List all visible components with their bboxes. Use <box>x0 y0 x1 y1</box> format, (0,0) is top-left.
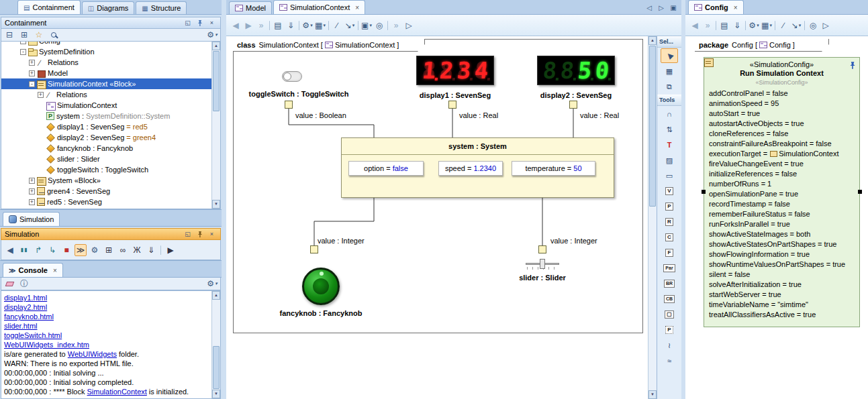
pause-button[interactable]: ▮▮ <box>18 244 30 256</box>
image-tool[interactable]: ▨ <box>661 153 678 168</box>
selection-handle[interactable] <box>702 190 706 194</box>
tree-item-simulationcontext-diagram[interactable]: SimulationContext <box>1 100 211 111</box>
search-button[interactable] <box>48 29 60 41</box>
console-link[interactable]: fancyknob.html <box>4 312 54 321</box>
tab-diagrams[interactable]: ◫ Diagrams <box>82 1 135 14</box>
scroll-up-button[interactable]: ▲ <box>212 42 220 50</box>
option[interactable]: option = false <box>348 161 424 176</box>
tree-expander[interactable]: + <box>29 178 35 184</box>
tree-item-fancyknob[interactable]: fancyknob : Fancyknob <box>1 143 211 154</box>
port-tool[interactable]: P <box>661 323 678 337</box>
step-over-button[interactable]: ↳ <box>46 244 58 256</box>
breakpoints-button[interactable]: ∞ <box>117 244 129 256</box>
zoom-button[interactable]: ◎ <box>807 19 819 32</box>
scroll-thumb[interactable] <box>649 46 656 207</box>
constraint-property-tool[interactable]: C <box>661 230 678 245</box>
toggleswitch-port[interactable] <box>285 101 293 109</box>
tab-model[interactable]: Model <box>229 1 272 14</box>
tree-item-config[interactable]: - Config <box>1 42 211 46</box>
selection-handle[interactable] <box>858 190 862 194</box>
selection-tool[interactable]: ▶ <box>661 48 678 63</box>
dependency-button[interactable]: ↘ <box>344 19 356 32</box>
tree-item-system-block[interactable]: + System «Block» <box>1 175 211 186</box>
step-into-button[interactable]: ↱ <box>32 244 44 256</box>
console-link[interactable]: WebUIWidgets_index.htm <box>4 341 89 349</box>
expand-all-button[interactable]: ⊞ <box>18 29 30 41</box>
flow-property-tool[interactable]: F <box>661 245 678 260</box>
console-tab-close-icon[interactable]: × <box>53 267 57 274</box>
tree-item-red5[interactable]: + red5 : SevenSeg <box>1 196 211 207</box>
favorites-button[interactable]: ☆ <box>33 29 45 41</box>
console-button[interactable]: ≫ <box>75 244 87 256</box>
simulation-options-button[interactable]: ⚙ <box>89 244 101 256</box>
simulation-config-box[interactable]: «SimulationConfig» Run Simulation Contex… <box>704 57 860 327</box>
tree-expander[interactable]: - <box>20 49 26 55</box>
export-html-button[interactable]: ⇓ <box>145 244 157 256</box>
tree-expander[interactable]: - <box>20 42 26 44</box>
tree-scrollbar[interactable]: ▲ ▼ <box>211 42 220 209</box>
play-button[interactable]: ▷ <box>820 19 832 32</box>
scroll-up-button[interactable]: ▲ <box>648 36 657 45</box>
console-link[interactable]: toggleSwitch.html <box>4 331 62 339</box>
close-icon[interactable]: × <box>207 230 217 239</box>
fancyknob-widget[interactable] <box>302 268 340 305</box>
sticky-selection-tool[interactable]: ▦ <box>661 64 678 78</box>
toolbar-overflow-button[interactable]: » <box>390 19 402 32</box>
info-button[interactable]: ⓘ <box>18 278 30 290</box>
collapse-all-button[interactable]: ⊟ <box>3 29 15 41</box>
save-as-image-button[interactable]: ⇓ <box>731 19 743 32</box>
terminate-button[interactable]: ■ <box>60 244 73 256</box>
value-property-tool[interactable]: V <box>661 184 678 198</box>
console-scrollbar[interactable]: ▲ ▼ <box>211 291 220 398</box>
scroll-down-button[interactable]: ▼ <box>212 200 220 209</box>
scroll-down-button[interactable]: ▼ <box>212 390 220 398</box>
tree-item-systemdefinition[interactable]: - SystemDefinition <box>1 46 211 57</box>
tree-expander[interactable]: + <box>29 70 35 76</box>
restore-icon[interactable]: ◱ <box>183 19 193 27</box>
toolbar-overflow-button[interactable]: » <box>702 19 714 32</box>
block-tool[interactable]: ▢ <box>661 307 678 322</box>
tab-simulationcontext[interactable]: SimulationContext × <box>273 0 365 14</box>
back-button[interactable]: ◀ <box>689 19 701 32</box>
frame-tool[interactable]: ▭ <box>661 168 678 183</box>
palette-group-tools[interactable]: Tools <box>657 95 681 106</box>
pin-icon[interactable] <box>195 230 205 239</box>
related-elements-button[interactable]: ▤ <box>718 19 730 32</box>
clear-console-button[interactable] <box>3 278 15 290</box>
display2-widget[interactable]: 888580 <box>537 56 615 85</box>
zoom-button[interactable]: ◎ <box>373 19 385 32</box>
tree-item-toggleswitch[interactable]: toggleSwitch : ToggleSwitch <box>1 164 211 175</box>
tree-item-model[interactable]: + Model <box>1 68 211 78</box>
participant-property-tool[interactable]: Par <box>661 261 678 276</box>
constraint-block-tool[interactable]: CB <box>661 292 678 306</box>
trigger-button[interactable]: ▶ <box>164 244 177 256</box>
item-flow-tool[interactable]: ≈ <box>661 353 678 368</box>
pin-icon[interactable] <box>195 19 205 27</box>
tree-expander[interactable]: + <box>29 199 35 205</box>
dependency-button[interactable]: ↘ <box>790 19 802 32</box>
tab-close-icon[interactable]: × <box>734 4 738 11</box>
display2-port[interactable] <box>569 101 577 109</box>
restore-icon[interactable]: ◱ <box>183 230 193 239</box>
reference-property-tool[interactable]: R <box>661 215 678 229</box>
pin-icon[interactable] <box>847 60 857 70</box>
magnet-tool[interactable]: ∩ <box>661 107 678 121</box>
slider-widget[interactable] <box>526 258 559 270</box>
tree-item-slider[interactable]: slider : Slider <box>1 154 211 164</box>
tree-item-green4[interactable]: + green4 : SevenSeg <box>1 186 211 196</box>
variables-button[interactable]: ⊞ <box>103 244 115 256</box>
palette-group-selection[interactable]: Sel... <box>657 36 681 48</box>
line-style-button[interactable]: ∕ <box>331 19 343 32</box>
system-block[interactable]: system : System option = falsespeed = 1.… <box>341 137 614 198</box>
console-link[interactable]: display1.html <box>4 294 47 302</box>
tab-containment[interactable]: ▤ Containment <box>17 0 81 14</box>
scroll-thumb[interactable] <box>213 346 220 389</box>
tree-settings-button[interactable]: ⚙▾ <box>206 29 218 41</box>
play-button[interactable]: ▷ <box>403 19 415 32</box>
diagram-canvas[interactable]: classSimulationContext [SimulationContex… <box>226 36 681 399</box>
related-elements-button[interactable]: ▤ <box>272 19 284 32</box>
temperature[interactable]: temperature = 50 <box>512 161 595 176</box>
scroll-up-button[interactable]: ▲ <box>212 291 220 300</box>
forward-button[interactable]: ▶ <box>242 19 254 32</box>
diagram-options-button[interactable]: ⚙ <box>748 19 760 32</box>
